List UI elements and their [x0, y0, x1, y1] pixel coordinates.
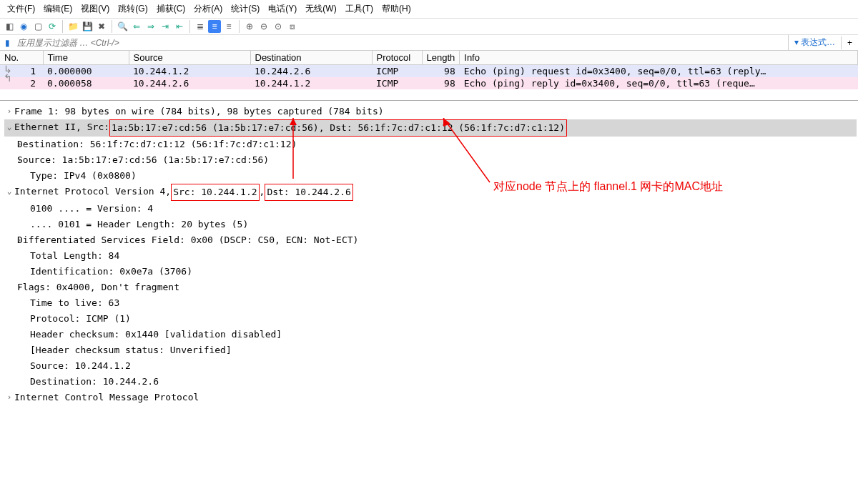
ip-checksum-status[interactable]: [Header checksum status: Unverified] — [4, 342, 857, 358]
column-header[interactable]: Source — [129, 51, 250, 65]
packet-list-pane: ↳↰ No.TimeSourceDestinationProtocolLengt… — [0, 51, 858, 101]
expand-icon[interactable]: › — [4, 137, 17, 152]
tool-icon[interactable]: 🔍 — [116, 20, 129, 33]
separator — [189, 20, 190, 33]
tool-icon[interactable]: ◉ — [17, 20, 30, 33]
ip-summary[interactable]: ⌄Internet Protocol Version 4, Src: 10.24… — [4, 184, 857, 201]
separator — [239, 20, 240, 33]
expression-button[interactable]: ▾ 表达式… — [788, 35, 841, 50]
expand-icon[interactable]: › — [4, 152, 17, 168]
svg-line-2 — [443, 118, 490, 182]
tool-icon[interactable]: ⇤ — [173, 20, 186, 33]
tool-icon[interactable]: 📁 — [66, 20, 79, 33]
ip-flags[interactable]: ›Flags: 0x4000, Don't fragment — [4, 280, 857, 295]
packet-cell: Echo (ping) reply id=0x3400, seq=0/0, tt… — [460, 77, 858, 89]
packet-cell: ICMP — [372, 77, 422, 89]
ip-protocol[interactable]: Protocol: ICMP (1) — [4, 311, 857, 327]
packet-cell: ICMP — [372, 65, 422, 78]
menu-item[interactable]: 跳转(G) — [114, 1, 152, 16]
menu-item[interactable]: 编辑(E) — [39, 1, 77, 16]
bookmark-icon[interactable]: ▮ — [0, 38, 14, 48]
ip-src-box: Src: 10.244.1.2 — [171, 184, 259, 201]
packet-cell: 98 — [422, 77, 460, 89]
collapse-icon[interactable]: ⌄ — [4, 184, 14, 199]
menu-item[interactable]: 文件(F) — [3, 1, 39, 16]
zoom-out-icon[interactable]: ⊖ — [257, 20, 270, 33]
packet-cell: 10.244.1.2 — [129, 65, 250, 78]
packet-cell: 10.244.2.6 — [250, 65, 372, 78]
zoom-in-icon[interactable]: ⊕ — [243, 20, 256, 33]
ip-header-length[interactable]: .... 0101 = Header Length: 20 bytes (5) — [4, 217, 857, 232]
tool-icon[interactable]: ≡ — [208, 20, 221, 33]
display-filter-input[interactable] — [14, 36, 788, 49]
tool-icon[interactable]: ≡ — [222, 20, 235, 33]
frame-summary[interactable]: ›Frame 1: 98 bytes on wire (784 bits), 9… — [4, 104, 857, 119]
expression-label: 表达式… — [801, 37, 835, 47]
svg-marker-3 — [443, 118, 450, 127]
column-header[interactable]: Time — [43, 51, 129, 65]
eth-src-dst-box: 1a:5b:17:e7:cd:56 (1a:5b:17:e7:cd:56), D… — [109, 119, 567, 137]
collapse-icon[interactable]: ⌄ — [4, 119, 14, 135]
expand-icon[interactable]: › — [4, 104, 14, 119]
ip-version[interactable]: 0100 .... = Version: 4 — [4, 201, 857, 217]
tool-icon[interactable]: ✖ — [95, 20, 108, 33]
menu-item[interactable]: 捕获(C) — [152, 1, 190, 16]
zoom-reset-icon[interactable]: ⊙ — [272, 20, 285, 33]
menu-item[interactable]: 工具(T) — [341, 1, 378, 16]
ip-checksum[interactable]: Header checksum: 0x1440 [validation disa… — [4, 327, 857, 342]
svg-marker-1 — [290, 118, 297, 125]
expand-icon[interactable]: › — [4, 390, 14, 405]
column-header[interactable]: Info — [460, 51, 858, 65]
ip-ttl[interactable]: Time to live: 63 — [4, 295, 857, 311]
add-filter-button[interactable]: + — [841, 36, 858, 49]
tool-icon[interactable]: ⇐ — [130, 20, 143, 33]
packet-details-pane[interactable]: ›Frame 1: 98 bytes on wire (784 bits), 9… — [0, 101, 858, 408]
annotation-label: 对应node 节点上的 flannel.1 网卡的MAC地址 — [493, 179, 723, 194]
menu-item[interactable]: 统计(S) — [227, 1, 264, 16]
packet-cell: Echo (ping) request id=0x3400, seq=0/0, … — [460, 65, 858, 78]
menu-item[interactable]: 视图(V) — [77, 1, 114, 16]
annotation-arrow — [400, 118, 493, 186]
packet-cell: 0.000058 — [43, 77, 129, 89]
annotation-arrow — [282, 118, 304, 182]
column-header[interactable]: Protocol — [372, 51, 422, 65]
tool-icon[interactable]: ≣ — [194, 20, 207, 33]
packet-row[interactable]: 10.00000010.244.1.210.244.2.6ICMP98Echo … — [0, 65, 858, 78]
column-header[interactable]: No. — [0, 51, 43, 65]
tool-icon[interactable]: 💾 — [81, 20, 94, 33]
ip-source[interactable]: Source: 10.244.1.2 — [4, 358, 857, 374]
tool-icon[interactable]: ▢ — [31, 20, 44, 33]
ip-dscp[interactable]: ›Differentiated Services Field: 0x00 (DS… — [4, 232, 857, 248]
packet-cell: 0.000000 — [43, 65, 129, 78]
packet-cell: 98 — [422, 65, 460, 78]
menu-item[interactable]: 无线(W) — [301, 1, 340, 16]
tool-icon[interactable]: ⟳ — [46, 20, 59, 33]
ip-destination[interactable]: Destination: 10.244.2.6 — [4, 374, 857, 390]
tool-icon[interactable]: ⇥ — [159, 20, 172, 33]
tool-icon[interactable]: ◧ — [3, 20, 16, 33]
separator — [112, 20, 112, 33]
menu-item[interactable]: 电话(Y) — [264, 1, 301, 16]
tool-icon[interactable]: ⧈ — [286, 20, 299, 33]
menu-bar: 文件(F)编辑(E)视图(V)跳转(G)捕获(C)分析(A)统计(S)电话(Y)… — [0, 0, 858, 19]
expand-icon[interactable]: › — [4, 232, 17, 248]
packet-cell: 10.244.1.2 — [250, 77, 372, 89]
packet-cell: 10.244.2.6 — [129, 77, 250, 89]
tool-icon[interactable]: ⇒ — [144, 20, 157, 33]
ip-identification[interactable]: Identification: 0x0e7a (3706) — [4, 264, 857, 280]
menu-item[interactable]: 分析(A) — [189, 1, 227, 16]
separator — [62, 20, 63, 33]
packet-table[interactable]: No.TimeSourceDestinationProtocolLengthIn… — [0, 51, 858, 89]
packet-direction-icons: ↳↰ — [1, 64, 14, 84]
filter-bar: ▮ ▾ 表达式… + — [0, 35, 858, 51]
ip-total-length[interactable]: Total Length: 84 — [4, 248, 857, 264]
column-header[interactable]: Destination — [250, 51, 372, 65]
menu-item[interactable]: 帮助(H) — [378, 1, 415, 16]
expand-icon[interactable]: › — [4, 280, 17, 295]
column-header[interactable]: Length — [422, 51, 460, 65]
main-toolbar: ◧ ◉ ▢ ⟳ 📁 💾 ✖ 🔍 ⇐ ⇒ ⇥ ⇤ ≣ ≡ ≡ ⊕ ⊖ ⊙ ⧈ — [0, 19, 858, 35]
ip-dst-box: Dst: 10.244.2.6 — [265, 184, 352, 201]
packet-row[interactable]: 20.00005810.244.2.610.244.1.2ICMP98Echo … — [0, 77, 858, 89]
icmp-summary[interactable]: ›Internet Control Message Protocol — [4, 390, 857, 405]
